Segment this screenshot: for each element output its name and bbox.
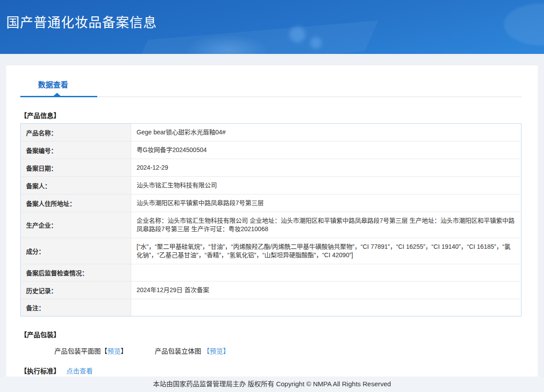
row-value: [“水”，“聚二甲基硅氧烷”，“甘油”，“丙烯酸羟乙酯/丙烯酰二甲基牛磺酸钠共聚… xyxy=(131,238,521,264)
row-value: 汕头市铭汇生物科技有限公司 xyxy=(131,177,521,194)
row-label: 备案人住所地址： xyxy=(21,194,131,212)
table-row: 生产企业： 企业名称：汕头市铭汇生物科技有限公司 企业地址：汕头市潮阳区和平镇紫… xyxy=(21,212,521,238)
row-label: 生产企业： xyxy=(21,212,131,238)
execution-standard-view-link[interactable]: 点击查看 xyxy=(66,367,93,375)
row-value xyxy=(131,299,521,316)
package-flat-label: 产品包装平面图 xyxy=(54,347,101,355)
row-value: 汕头市潮阳区和平镇紫中路凤皋路段7号第三层 xyxy=(131,194,521,212)
page-header-banner: 国产普通化妆品备案信息 xyxy=(0,0,544,54)
product-info-table: 产品名称： Gege bear锁心甜彩水光唇釉04# 备案编号： 粤G妆网备字2… xyxy=(20,123,521,316)
row-value xyxy=(131,264,521,282)
row-label: 产品名称： xyxy=(21,124,131,141)
table-row: 备案人： 汕头市铭汇生物科技有限公司 xyxy=(21,177,521,194)
page-footer: 本站由国家药品监督管理局主办 版权所有 Copyright © NMPA All… xyxy=(0,377,544,392)
row-label: 备注： xyxy=(21,299,131,316)
table-row: 成分： [“水”，“聚二甲基硅氧烷”，“甘油”，“丙烯酸羟乙酯/丙烯酰二甲基牛磺… xyxy=(21,238,521,264)
row-value: 2024-12-29 xyxy=(131,159,521,177)
table-row: 备案后监督检查情况： xyxy=(21,264,521,282)
package-flat-item: 产品包装平面图【预览】 xyxy=(54,346,127,355)
table-row: 备案人住所地址： 汕头市潮阳区和平镇紫中路凤皋路段7号第三层 xyxy=(21,194,521,212)
active-tab-indicator xyxy=(20,96,97,97)
row-label: 历史记录： xyxy=(21,282,131,299)
row-label: 备案后监督检查情况： xyxy=(21,264,131,282)
package-flat-preview-link[interactable]: 预览 xyxy=(107,347,121,355)
row-value: Gege bear锁心甜彩水光唇釉04# xyxy=(131,124,521,141)
row-label: 备案人： xyxy=(21,177,131,194)
section-title-product-info: 【产品信息】 xyxy=(20,110,521,120)
tab-bar: 数据查看 xyxy=(20,79,521,97)
package-stereo-label: 产品包装立体图 xyxy=(155,347,201,355)
copyright-text: 本站由国家药品监督管理局主办 版权所有 Copyright © NMPA All… xyxy=(153,380,391,388)
execution-standard-row: 【执行标准】点击查看 xyxy=(20,366,521,375)
section-title-product-package: 【产品包装】 xyxy=(20,330,521,339)
page-title: 国产普通化妆品备案信息 xyxy=(0,0,544,31)
package-preview-row: 产品包装平面图【预览】 产品包装立体图 【预览】 xyxy=(54,346,521,355)
content-card: 数据查看 【产品信息】 产品名称： Gege bear锁心甜彩水光唇釉04# 备… xyxy=(6,65,538,377)
tab-data-view[interactable]: 数据查看 xyxy=(38,79,68,90)
table-row: 备案日期： 2024-12-29 xyxy=(21,159,521,177)
row-label: 备案编号： xyxy=(21,141,131,159)
bracket-open: 【 xyxy=(101,347,107,355)
row-value: 2024年12月29日 首次备案 xyxy=(131,282,521,299)
package-stereo-preview-link[interactable]: 【预览】 xyxy=(203,347,229,355)
row-value: 粤G妆网备字2024500504 xyxy=(131,141,521,159)
package-stereo-item: 产品包装立体图 【预览】 xyxy=(155,346,229,355)
table-row: 备案编号： 粤G妆网备字2024500504 xyxy=(21,141,521,159)
table-row: 备注： xyxy=(21,299,521,316)
row-value: 企业名称：汕头市铭汇生物科技有限公司 企业地址：汕头市潮阳区和平镇紫中路凤皋路段… xyxy=(131,212,521,238)
row-label: 成分： xyxy=(21,238,131,264)
table-row: 历史记录： 2024年12月29日 首次备案 xyxy=(21,282,521,299)
section-title-execution-standard: 【执行标准】 xyxy=(20,367,60,375)
table-row: 产品名称： Gege bear锁心甜彩水光唇釉04# xyxy=(21,124,521,141)
bracket-close: 】 xyxy=(121,347,127,355)
row-label: 备案日期： xyxy=(21,159,131,177)
header-decoration-dot xyxy=(310,37,322,49)
